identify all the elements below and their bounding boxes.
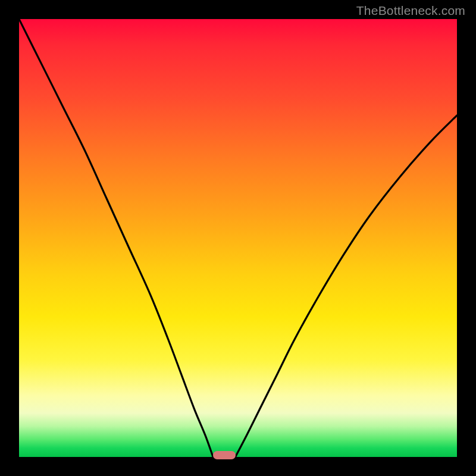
bottleneck-marker: [213, 451, 236, 459]
curve-layer: [19, 19, 457, 457]
plot-area: [19, 19, 457, 457]
watermark-text: TheBottleneck.com: [356, 4, 465, 18]
left-curve: [19, 19, 213, 457]
chart-frame: TheBottleneck.com: [0, 0, 476, 476]
right-curve: [236, 115, 457, 457]
